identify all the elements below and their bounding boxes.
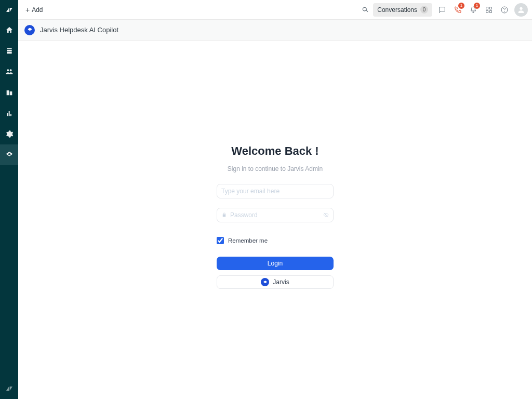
main-content: Welcome Back ! Sign in to continue to Ja… <box>18 41 532 399</box>
password-field-wrap <box>217 208 334 222</box>
login-button[interactable]: Login <box>217 257 334 270</box>
password-input[interactable] <box>230 211 320 219</box>
zendesk-footer-icon[interactable] <box>0 378 18 399</box>
login-card: Welcome Back ! Sign in to continue to Ja… <box>208 144 343 289</box>
jarvis-logo-icon <box>24 25 35 35</box>
bell-icon[interactable]: 1 <box>466 2 481 18</box>
lock-icon <box>221 210 227 220</box>
zendesk-logo-icon[interactable] <box>0 0 18 20</box>
nav-admin[interactable] <box>0 124 18 144</box>
svg-point-1 <box>504 11 504 11</box>
email-input[interactable] <box>221 188 329 195</box>
user-avatar[interactable] <box>514 3 528 17</box>
remember-label[interactable]: Remember me <box>228 237 268 244</box>
email-field-wrap <box>217 184 334 198</box>
jarvis-sso-label: Jarvis <box>273 278 289 286</box>
app-header-strip: Jarvis Helpdesk AI Copilot <box>18 20 532 41</box>
app-title: Jarvis Helpdesk AI Copilot <box>40 26 118 34</box>
nav-jarvis[interactable] <box>0 144 18 165</box>
conversations-button[interactable]: Conversations 0 <box>373 3 432 17</box>
bell-badge: 1 <box>474 3 480 9</box>
chat-icon[interactable] <box>434 2 450 18</box>
nav-views[interactable] <box>0 41 18 61</box>
nav-customers[interactable] <box>0 61 18 82</box>
eye-off-icon[interactable] <box>323 210 329 220</box>
left-nav-rail <box>0 0 18 399</box>
phone-icon[interactable]: 1 <box>450 2 466 18</box>
conversations-count: 0 <box>420 6 428 14</box>
conversations-label: Conversations <box>377 6 417 14</box>
nav-organizations[interactable] <box>0 82 18 103</box>
remember-row: Remember me <box>217 237 334 244</box>
jarvis-logo-icon <box>261 278 269 286</box>
login-subheading: Sign in to continue to Jarvis Admin <box>208 165 343 172</box>
login-heading: Welcome Back ! <box>208 144 343 158</box>
plus-icon: + <box>25 6 30 14</box>
add-button[interactable]: + Add <box>22 3 46 17</box>
help-icon[interactable] <box>497 2 512 18</box>
nav-reporting[interactable] <box>0 103 18 124</box>
svg-point-2 <box>520 7 522 9</box>
nav-home[interactable] <box>0 20 18 41</box>
phone-badge: 1 <box>458 3 464 9</box>
jarvis-sso-button[interactable]: Jarvis <box>217 275 334 289</box>
add-label: Add <box>32 6 43 14</box>
remember-checkbox[interactable] <box>217 237 224 244</box>
search-icon[interactable] <box>357 2 373 18</box>
apps-icon[interactable] <box>481 2 497 18</box>
top-bar: + Add Conversations 0 1 1 <box>18 0 532 20</box>
